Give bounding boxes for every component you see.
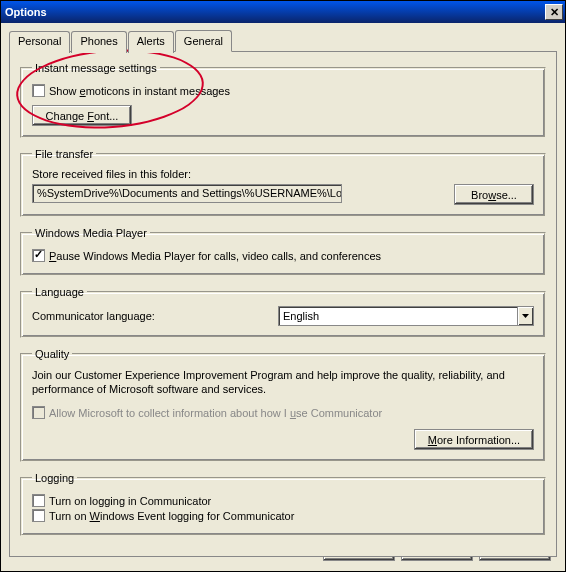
change-font-button[interactable]: Change Font...	[32, 105, 132, 126]
quality-description: Join our Customer Experience Improvement…	[32, 368, 534, 396]
tab-general[interactable]: General	[175, 30, 232, 52]
group-instant-message: Instant message settings Show emoticons …	[20, 62, 546, 138]
language-dropdown[interactable]: English	[278, 306, 534, 326]
show-emoticons-checkbox[interactable]	[32, 84, 45, 97]
group-legend: Language	[32, 286, 87, 298]
store-files-label: Store received files in this folder:	[32, 168, 534, 180]
logging-windows-event-label: Turn on Windows Event logging for Commun…	[49, 510, 294, 522]
group-legend: Windows Media Player	[32, 227, 150, 239]
group-legend: Instant message settings	[32, 62, 160, 74]
group-file-transfer: File transfer Store received files in th…	[20, 148, 546, 217]
tab-panel-general: Instant message settings Show emoticons …	[9, 51, 557, 557]
tab-label: Personal	[18, 35, 61, 47]
tab-alerts[interactable]: Alerts	[128, 31, 174, 53]
store-path-field[interactable]: %SystemDrive%\Documents and Settings\%US…	[32, 184, 342, 203]
browse-button[interactable]: Browse...	[454, 184, 534, 205]
group-legend: File transfer	[32, 148, 96, 160]
group-logging: Logging Turn on logging in Communicator …	[20, 472, 546, 536]
tab-strip: Personal Phones Alerts General	[9, 31, 557, 53]
tab-label: General	[184, 35, 223, 47]
group-legend: Quality	[32, 348, 72, 360]
tab-label: Phones	[80, 35, 117, 47]
group-quality: Quality Join our Customer Experience Imp…	[20, 348, 546, 462]
allow-collect-checkbox	[32, 406, 45, 419]
group-legend: Logging	[32, 472, 77, 484]
logging-communicator-label: Turn on logging in Communicator	[49, 495, 211, 507]
titlebar: Options ✕	[1, 1, 565, 23]
tab-personal[interactable]: Personal	[9, 31, 70, 53]
chevron-down-icon	[517, 307, 533, 325]
tab-label: Alerts	[137, 35, 165, 47]
language-value: English	[283, 310, 319, 322]
close-button[interactable]: ✕	[545, 4, 563, 20]
window-title: Options	[5, 6, 47, 18]
allow-collect-label: Allow Microsoft to collect information a…	[49, 407, 382, 419]
group-language: Language Communicator language: English	[20, 286, 546, 338]
pause-wmp-checkbox[interactable]	[32, 249, 45, 262]
logging-windows-event-checkbox[interactable]	[32, 509, 45, 522]
pause-wmp-label: Pause Windows Media Player for calls, vi…	[49, 250, 381, 262]
more-information-button[interactable]: More Information...	[414, 429, 534, 450]
logging-communicator-checkbox[interactable]	[32, 494, 45, 507]
content: Personal Phones Alerts General Instant m…	[1, 23, 565, 565]
group-wmp: Windows Media Player Pause Windows Media…	[20, 227, 546, 276]
svg-marker-0	[522, 314, 529, 318]
tab-phones[interactable]: Phones	[71, 31, 126, 53]
close-icon: ✕	[550, 6, 559, 18]
language-label: Communicator language:	[32, 310, 272, 322]
show-emoticons-label: Show emoticons in instant messages	[49, 85, 230, 97]
